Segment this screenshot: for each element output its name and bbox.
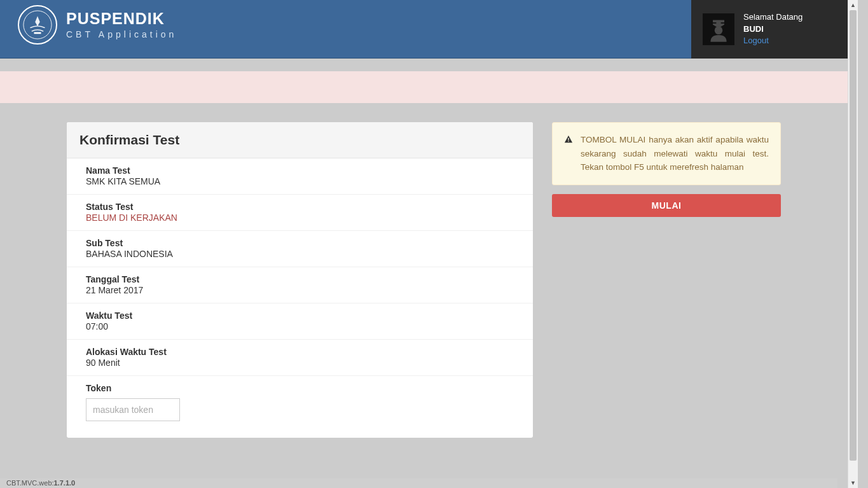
field-value: SMK KITA SEMUA [86, 176, 514, 186]
brand-title: PUSPENDIK [66, 11, 177, 27]
footer-version: 1.7.1.0 [54, 479, 76, 487]
field-waktu-test: Waktu Test 07:00 [67, 303, 533, 340]
field-value: 90 Menit [86, 358, 514, 368]
konfirmasi-card: Konfirmasi Test Nama Test SMK KITA SEMUA… [67, 122, 533, 438]
logo-icon [18, 5, 57, 45]
warning-icon [564, 134, 573, 174]
field-value: 07:00 [86, 321, 514, 331]
user-name: BUDI [743, 24, 803, 36]
field-tanggal-test: Tanggal Test 21 Maret 2017 [67, 267, 533, 303]
token-input[interactable] [86, 398, 180, 421]
field-label: Nama Test [86, 165, 514, 176]
mulai-button[interactable]: MULAI [552, 194, 781, 217]
svg-rect-3 [568, 138, 568, 141]
field-label: Waktu Test [86, 310, 514, 321]
field-label: Tanggal Test [86, 274, 514, 284]
field-label: Status Test [86, 202, 514, 212]
logout-link[interactable]: Logout [743, 35, 803, 47]
app-header: PUSPENDIK CBT Application Selamat Datang… [0, 0, 848, 59]
field-status-test: Status Test BELUM DI KERJAKAN [67, 195, 533, 231]
avatar [703, 13, 734, 45]
scrollbar-thumb[interactable] [850, 10, 857, 461]
field-value: BAHASA INDONESIA [86, 249, 514, 259]
field-value: 21 Maret 2017 [86, 285, 514, 295]
card-title: Konfirmasi Test [67, 122, 533, 158]
field-label: Token [86, 383, 514, 393]
field-alokasi-waktu: Alokasi Waktu Test 90 Menit [67, 340, 533, 376]
brand: PUSPENDIK CBT Application [18, 5, 177, 45]
alert-band [0, 71, 848, 103]
alert-text: TOMBOL MULAI hanya akan aktif apabila wa… [581, 133, 769, 174]
field-value: BELUM DI KERJAKAN [86, 213, 514, 223]
user-panel: Selamat Datang BUDI Logout [691, 0, 848, 59]
svg-rect-1 [34, 32, 41, 34]
field-sub-test: Sub Test BAHASA INDONESIA [67, 231, 533, 267]
scroll-up-icon[interactable]: ▲ [848, 0, 858, 10]
scroll-down-icon[interactable]: ▼ [848, 478, 858, 488]
info-alert: TOMBOL MULAI hanya akan aktif apabila wa… [552, 122, 781, 185]
field-label: Sub Test [86, 238, 514, 248]
footer-prefix: CBT.MVC.web: [6, 479, 54, 487]
field-nama-test: Nama Test SMK KITA SEMUA [67, 158, 533, 195]
svg-point-2 [715, 27, 723, 35]
field-label: Alokasi Waktu Test [86, 347, 514, 357]
field-token: Token [67, 376, 533, 438]
footer: CBT.MVC.web:1.7.1.0 [0, 478, 837, 488]
brand-subtitle: CBT Application [66, 29, 177, 39]
welcome-text: Selamat Datang [743, 11, 803, 24]
vertical-scrollbar[interactable]: ▲ ▼ [848, 0, 858, 488]
svg-rect-4 [568, 141, 568, 141]
